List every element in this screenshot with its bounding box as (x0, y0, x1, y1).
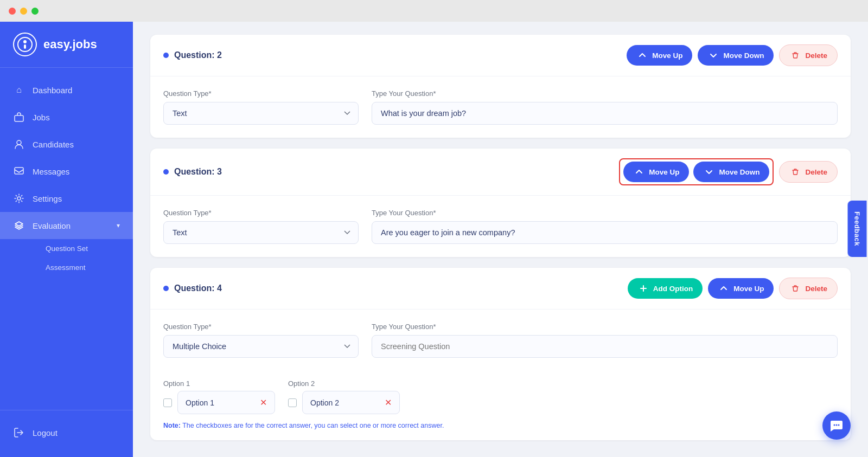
sidebar-item-settings[interactable]: Settings (0, 185, 133, 212)
question-type-field: Question Type* Text Multiple Choice (163, 323, 359, 358)
question-type-select[interactable]: Text Multiple Choice (163, 221, 359, 244)
question-4-title: Question: 4 (163, 284, 222, 293)
question-input[interactable] (372, 102, 838, 125)
move-up-button[interactable]: Move Up (623, 162, 689, 182)
sidebar-item-jobs[interactable]: Jobs (0, 104, 133, 131)
chevron-up-icon (636, 49, 648, 61)
options-row: Option 1 Option 1 ✕ Option 2 Opt (163, 379, 838, 414)
type-label: Question Type* (163, 209, 359, 217)
sidebar-item-label: Jobs (33, 113, 50, 122)
question-dot (163, 53, 169, 58)
question-input[interactable] (372, 221, 838, 244)
option-1-label: Option 1 (163, 379, 275, 388)
question-3-body: Question Type* Text Multiple Choice Type… (150, 196, 851, 257)
question-text-field: Type Your Question* (372, 89, 838, 125)
option-2-group: Option 2 Option 2 ✕ (288, 379, 400, 414)
option-2-remove[interactable]: ✕ (385, 397, 392, 408)
sidebar-item-label: Evaluation (33, 221, 71, 230)
titlebar (0, 0, 868, 22)
add-option-button[interactable]: Add Option (628, 278, 703, 299)
chevron-up-icon (633, 166, 645, 178)
type-label: Question Type* (163, 89, 359, 98)
question-2-actions: Move Up Move Down Delete (627, 44, 838, 66)
question-card-2: Question: 2 Move Up Move Down (150, 35, 851, 138)
options-section: Option 1 Option 1 ✕ Option 2 Opt (150, 379, 851, 440)
sidebar-item-messages[interactable]: Messages (0, 158, 133, 185)
question-4-body: Question Type* Text Multiple Choice Type… (150, 310, 851, 371)
delete-button[interactable]: Delete (779, 278, 838, 299)
svg-point-1 (23, 40, 27, 43)
sidebar-item-label: Messages (33, 167, 69, 176)
question-label: Type Your Question* (372, 89, 838, 98)
question-type-select[interactable]: Text Multiple Choice (163, 335, 359, 358)
sidebar-item-candidates[interactable]: Candidates (0, 131, 133, 158)
chat-bubble[interactable] (822, 411, 851, 440)
sidebar-item-evaluation[interactable]: Evaluation ▾ (0, 212, 133, 239)
chevron-up-icon (718, 282, 730, 294)
chevron-down-icon (703, 166, 715, 178)
highlighted-actions-group: Move Up Move Down (619, 158, 774, 185)
plus-icon (637, 282, 649, 294)
trash-icon (789, 282, 801, 294)
question-input[interactable] (372, 335, 838, 358)
svg-rect-2 (24, 44, 26, 49)
move-up-button[interactable]: Move Up (708, 278, 774, 299)
option-1-input[interactable]: Option 1 ✕ (177, 391, 275, 414)
logo-icon (13, 33, 37, 56)
move-down-button[interactable]: Move Down (693, 162, 769, 182)
maximize-button[interactable] (31, 8, 39, 15)
option-2-input[interactable]: Option 2 ✕ (302, 391, 400, 414)
question-dot (163, 286, 169, 291)
sidebar: easy.jobs ⌂ Dashboard Jobs Candidates (0, 22, 133, 457)
sidebar-item-assessment[interactable]: Assessment (33, 258, 133, 277)
candidates-icon (13, 138, 25, 150)
svg-point-9 (838, 424, 840, 426)
sidebar-item-label: Candidates (33, 140, 74, 149)
delete-button[interactable]: Delete (779, 44, 838, 66)
question-type-select[interactable]: Text Multiple Choice (163, 102, 359, 125)
jobs-icon (13, 111, 25, 123)
option-1-wrapper: Option 1 ✕ (163, 391, 275, 414)
logout-button[interactable]: Logout (0, 419, 133, 446)
option-1-remove[interactable]: ✕ (260, 397, 267, 408)
sidebar-item-label: Settings (33, 194, 62, 203)
question-label: Type Your Question* (372, 209, 838, 217)
question-text-field: Type Your Question* (372, 209, 838, 244)
chevron-down-icon: ▾ (117, 222, 120, 229)
question-2-title: Question: 2 (163, 50, 222, 60)
option-2-label: Option 2 (288, 379, 400, 388)
sidebar-nav: ⌂ Dashboard Jobs Candidates (0, 68, 133, 410)
option-1-group: Option 1 Option 1 ✕ (163, 379, 275, 414)
option-2-wrapper: Option 2 ✕ (288, 391, 400, 414)
settings-icon (13, 192, 25, 204)
question-4-actions: Add Option Move Up Delete (628, 278, 838, 299)
move-down-button[interactable]: Move Down (698, 45, 774, 66)
app-name: easy.jobs (43, 37, 97, 52)
question-type-field: Question Type* Text Multiple Choice (163, 209, 359, 244)
logout-label: Logout (33, 428, 58, 437)
options-note: Note: The checkboxes are for the correct… (163, 422, 838, 429)
move-up-button[interactable]: Move Up (627, 45, 692, 66)
minimize-button[interactable] (20, 8, 27, 15)
question-3-actions: Move Up Move Down Delete (619, 158, 838, 185)
question-2-header: Question: 2 Move Up Move Down (150, 35, 851, 76)
question-3-title: Question: 3 (163, 167, 222, 177)
option-2-checkbox[interactable] (288, 398, 297, 407)
main-content: Question: 2 Move Up Move Down (133, 22, 868, 457)
question-card-4: Question: 4 Add Option Move Up (150, 268, 851, 440)
svg-rect-3 (15, 115, 23, 121)
question-type-field: Question Type* Text Multiple Choice (163, 89, 359, 125)
sidebar-item-dashboard[interactable]: ⌂ Dashboard (0, 76, 133, 104)
option-1-checkbox[interactable] (163, 398, 172, 407)
feedback-button[interactable]: Feedback (848, 201, 867, 257)
dashboard-icon: ⌂ (13, 84, 25, 96)
question-dot (163, 169, 169, 175)
sidebar-item-question-set[interactable]: Question Set (33, 239, 133, 258)
evaluation-submenu: Question Set Assessment (0, 239, 133, 277)
close-button[interactable] (9, 8, 16, 15)
delete-button[interactable]: Delete (779, 161, 838, 183)
question-3-header: Question: 3 Move Up Move Down (150, 149, 851, 196)
svg-point-7 (834, 424, 835, 426)
messages-icon (13, 165, 25, 177)
type-label: Question Type* (163, 323, 359, 331)
